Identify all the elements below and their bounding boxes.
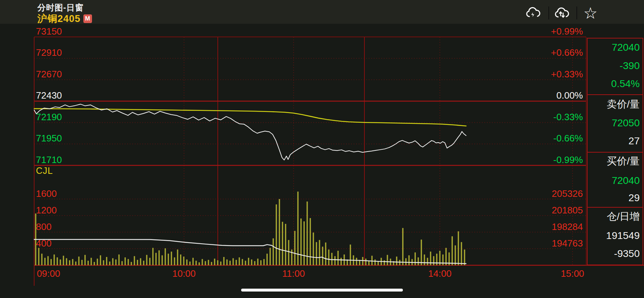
volume-axis-tick: 1600: [36, 189, 57, 198]
volume-bar: [334, 256, 336, 265]
volume-pane-label: CJL: [36, 166, 53, 175]
volume-bar: [155, 253, 157, 266]
volume-bar: [288, 240, 290, 265]
volume-bar: [220, 262, 222, 265]
volume-bar: [303, 221, 305, 265]
volume-bar: [140, 258, 141, 265]
home-indicator[interactable]: [241, 289, 403, 292]
volume-bar: [162, 255, 163, 265]
volume-bar: [97, 259, 98, 265]
volume-bar: [436, 254, 438, 265]
percent-axis-tick: +0.66%: [551, 48, 583, 57]
volume-bar: [356, 258, 357, 265]
volume-bar: [149, 258, 151, 265]
volume-bar: [316, 242, 317, 265]
volume-bar: [125, 257, 126, 265]
intraday-chart-canvas[interactable]: [0, 0, 644, 298]
volume-bar: [137, 260, 138, 265]
volume-bar: [171, 252, 172, 265]
volume-bar: [254, 261, 256, 266]
time-axis-tick: 09:00: [27, 269, 70, 278]
volume-bar: [202, 259, 203, 265]
volume-bar: [72, 259, 74, 265]
volume-bar: [442, 254, 444, 265]
volume-bar: [368, 261, 370, 265]
volume-bar: [371, 256, 373, 265]
bid-label: 买价/量: [587, 155, 643, 167]
volume-bar: [78, 257, 80, 265]
open-interest-axis-tick: 205326: [552, 189, 583, 198]
volume-bar: [266, 254, 268, 265]
volume-bar: [337, 251, 339, 265]
volume-bar: [189, 262, 191, 265]
volume-bar: [75, 262, 77, 265]
percent-axis-tick: -0.33%: [553, 112, 583, 122]
volume-bar: [115, 259, 117, 265]
volume-axis-tick: 400: [36, 239, 51, 248]
volume-bar: [387, 255, 388, 265]
volume-axis-tick: 1200: [36, 206, 57, 215]
volume-bar: [174, 257, 175, 265]
volume-bar: [41, 254, 43, 265]
bid-price[interactable]: 72040: [587, 175, 643, 186]
volume-bar: [131, 262, 132, 265]
open-interest-label: 仓/日增: [587, 211, 643, 222]
volume-bar: [168, 254, 169, 265]
volume-bar: [415, 252, 416, 265]
price-axis-tick: 71710: [36, 155, 62, 164]
percent-axis-tick: +0.33%: [551, 69, 583, 79]
volume-bar: [223, 257, 225, 265]
volume-bar: [103, 260, 104, 265]
volume-bar: [121, 261, 123, 266]
ask-price[interactable]: 72050: [587, 117, 643, 129]
trading-app-screen: { "header": { "title": "分时图-日窗", "contra…: [0, 0, 644, 298]
volume-bar: [276, 204, 277, 265]
volume-bar: [452, 236, 453, 266]
volume-bar: [328, 249, 330, 265]
price-change-percent: 0.54%: [587, 78, 643, 90]
volume-bar: [260, 260, 262, 265]
price-axis-tick: 72670: [36, 69, 62, 79]
average-price-line: [34, 109, 466, 126]
volume-bar: [50, 259, 52, 265]
volume-bar: [143, 261, 144, 265]
panel-divider: [587, 152, 643, 153]
open-interest-daily-change: -9350: [587, 248, 643, 259]
volume-bar: [199, 262, 200, 265]
bid-quantity: 29: [587, 192, 643, 204]
open-interest-line: [34, 239, 466, 263]
volume-bar: [208, 260, 209, 265]
volume-bar: [233, 258, 234, 265]
price-axis-tick: 72910: [36, 48, 62, 57]
volume-bar: [183, 257, 184, 265]
volume-bar: [322, 247, 323, 265]
volume-bar: [165, 248, 166, 265]
volume-bar: [257, 259, 259, 265]
volume-bar: [134, 256, 135, 265]
time-axis-tick: 14:00: [418, 269, 461, 278]
volume-bar: [251, 259, 253, 265]
volume-bar: [214, 259, 215, 265]
volume-bar: [458, 231, 459, 265]
volume-bar: [242, 259, 243, 265]
volume-bar: [100, 255, 101, 265]
volume-bar: [461, 242, 462, 265]
volume-bar: [186, 259, 188, 265]
time-axis-tick: 10:00: [162, 269, 206, 278]
price-axis-tick: 72430: [36, 91, 62, 100]
panel-divider: [587, 207, 643, 208]
volume-bar: [362, 257, 364, 265]
volume-bar: [47, 256, 49, 265]
volume-bar: [402, 228, 404, 266]
volume-bar: [236, 260, 237, 265]
volume-bar: [109, 262, 111, 265]
volume-bar: [325, 243, 327, 265]
volume-axis-tick: 800: [36, 222, 51, 231]
volume-bar: [152, 248, 154, 265]
volume-bar: [270, 248, 271, 265]
price-axis-tick: 71950: [36, 134, 62, 143]
volume-bar: [365, 259, 367, 265]
volume-bar: [118, 254, 120, 265]
percent-axis-tick: -0.99%: [553, 155, 583, 164]
volume-bar: [63, 256, 64, 265]
